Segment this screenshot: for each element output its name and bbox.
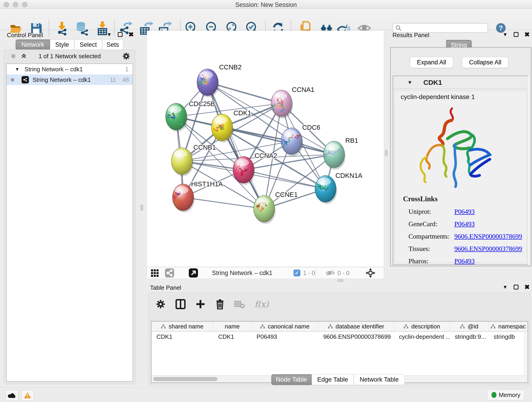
compartments-link[interactable]: 9606.ENSP00000378699 <box>454 233 522 240</box>
show-columns-icon[interactable] <box>175 299 186 309</box>
protein-node[interactable] <box>323 141 346 170</box>
protein-node[interactable] <box>269 90 293 119</box>
network-manager-card: 1 of 1 Network selected ▼ String Network… <box>4 50 136 384</box>
crosslink-row: Tissues:9606.ENSP00000378699 <box>395 245 527 253</box>
protein-section-header[interactable]: ▼ CDK1 <box>393 76 528 89</box>
right-splitter-handle[interactable] <box>385 150 388 156</box>
column-header-name[interactable]: name <box>213 322 251 331</box>
memory-label: Memory <box>499 391 520 399</box>
string-results-box: Expand All Collapse All ▼ CDK1 cyclin-de… <box>390 47 531 266</box>
network-view-title: String Network – cdk1 <box>212 269 272 277</box>
hierarchy-icon <box>161 324 166 329</box>
open-in-new-window-icon[interactable] <box>189 268 198 278</box>
delete-column-icon[interactable] <box>215 299 225 309</box>
network-share-icon[interactable] <box>165 268 174 278</box>
uniprot-link[interactable]: P06493 <box>454 208 475 216</box>
hierarchy-icon <box>460 324 465 329</box>
network-row[interactable]: String Network – cdk1 11 48 <box>7 75 133 85</box>
memory-button[interactable]: Memory <box>487 389 525 400</box>
window-titlebar: Session: New Session <box>0 0 532 9</box>
pharos-link[interactable]: P06493 <box>454 257 475 265</box>
birdseye-navigator-icon[interactable] <box>365 268 375 278</box>
network-edge-count: 48 <box>122 76 129 83</box>
table-panel-title: Table Panel <box>150 284 181 291</box>
scrollbar-thumb[interactable] <box>153 377 217 381</box>
string-network-graph[interactable]: CCNB2CCNA1CDC25BCDK1CDC6RB1CCNB1CCNA2CDK… <box>147 31 384 267</box>
column-header-canonical-name[interactable]: canonical name <box>252 322 318 331</box>
float-panel-icon[interactable] <box>514 285 519 289</box>
network-share-badge-icon <box>22 76 29 83</box>
memory-status-dot-icon <box>491 392 496 398</box>
control-panel-title: Control Panel <box>7 32 43 39</box>
column-header-id[interactable]: @id <box>450 322 488 331</box>
selected-count-checkbox[interactable]: ✓ <box>293 269 300 276</box>
network-collection-label: String Network – cdk1 <box>25 66 83 73</box>
node-table: shared name name canonical name database… <box>151 321 528 383</box>
table-options-gear-icon[interactable] <box>156 299 166 309</box>
close-panel-icon[interactable]: ✖ <box>525 283 530 291</box>
node-label: CCNE1 <box>275 191 298 198</box>
column-header-shared-name[interactable]: shared name <box>152 322 213 331</box>
tissues-link[interactable]: 9606.ENSP00000378699 <box>454 245 522 253</box>
network-nodes: CCNB2CCNA1CDC25BCDK1CDC6RB1CCNB1CCNA2CDK… <box>166 64 362 224</box>
left-splitter-handle[interactable] <box>140 204 143 211</box>
cloud-status-button[interactable] <box>6 390 18 401</box>
float-panel-icon[interactable] <box>118 32 123 37</box>
genecard-link[interactable]: P06493 <box>454 220 475 228</box>
status-separator <box>316 269 316 277</box>
crosslink-row: Pharos:P06493 <box>395 257 527 265</box>
close-panel-icon[interactable]: ✖ <box>525 31 530 38</box>
collapse-all-button[interactable]: Collapse All <box>462 57 508 68</box>
network-canvas[interactable]: CCNB2CCNA1CDC25BCDK1CDC6RB1CCNB1CCNA2CDK… <box>147 31 384 267</box>
protein-node[interactable] <box>233 157 255 185</box>
delete-table-icon <box>234 300 245 309</box>
status-bar: Memory <box>0 387 532 402</box>
column-header-namespace[interactable]: namespac <box>489 322 528 331</box>
node-table-card: f(x) shared name name canonical name <box>148 293 531 385</box>
expand-all-button[interactable]: Expand All <box>410 57 453 68</box>
node-label: CDC6 <box>302 124 320 131</box>
panel-menu-icon[interactable]: ▼ <box>107 32 112 38</box>
hierarchy-icon <box>328 324 333 329</box>
warnings-button[interactable] <box>21 390 34 401</box>
node-label: CCNA2 <box>254 152 277 159</box>
table-panel: Table Panel ▼ ✖ <box>147 282 532 387</box>
control-panel-tabs: Network Style Select Sets <box>16 39 123 50</box>
control-panel: Control Panel ▼ ✖ Network Style Select S… <box>2 30 137 385</box>
table-tabs: Node Table Edge Table Network Table <box>271 374 405 385</box>
protein-node[interactable] <box>315 176 337 204</box>
results-scrollbar[interactable] <box>527 76 530 265</box>
add-column-icon[interactable] <box>196 299 206 309</box>
protein-node[interactable] <box>254 196 276 224</box>
panel-menu-icon[interactable]: ▼ <box>503 32 508 38</box>
tab-node-table[interactable]: Node Table <box>271 374 312 385</box>
protein-node[interactable] <box>211 114 234 143</box>
section-collapse-caret-icon[interactable]: ▼ <box>407 80 412 85</box>
bottom-splitter-handle[interactable] <box>337 279 344 282</box>
table-header-row: shared name name canonical name database… <box>152 322 528 332</box>
node-label: CDKN1A <box>336 172 362 179</box>
column-header-database-identifier[interactable]: database identifier <box>318 322 394 331</box>
current-network-dot-icon <box>11 78 14 82</box>
close-panel-icon[interactable]: ✖ <box>128 31 134 38</box>
tab-edge-table[interactable]: Edge Table <box>312 374 354 385</box>
table-vertical-scrollbar[interactable] <box>524 332 528 375</box>
table-row[interactable]: CDK1 CDK1 P06493 9606.ENSP00000378699 cy… <box>152 332 528 342</box>
node-label: CCNB1 <box>193 144 216 151</box>
hidden-elements-eye-icon <box>326 269 335 276</box>
tab-style[interactable]: Style <box>50 39 74 50</box>
tab-network-table[interactable]: Network Table <box>354 374 405 385</box>
tab-sets[interactable]: Sets <box>102 39 123 50</box>
float-panel-icon[interactable] <box>514 32 519 37</box>
network-options-gear-icon[interactable] <box>122 52 130 60</box>
column-header-description[interactable]: description <box>394 322 450 331</box>
network-collection-row[interactable]: ▼ String Network – cdk1 1 <box>7 64 133 75</box>
show-grid-icon[interactable] <box>151 268 160 278</box>
tab-network[interactable]: Network <box>16 39 50 50</box>
node-label: CDC25B <box>189 100 215 108</box>
tab-select[interactable]: Select <box>74 39 102 50</box>
tree-expand-caret-icon[interactable]: ▼ <box>15 67 19 72</box>
panel-menu-icon[interactable]: ▼ <box>503 284 508 290</box>
protein-node[interactable] <box>171 148 193 176</box>
protein-node[interactable] <box>172 184 195 212</box>
